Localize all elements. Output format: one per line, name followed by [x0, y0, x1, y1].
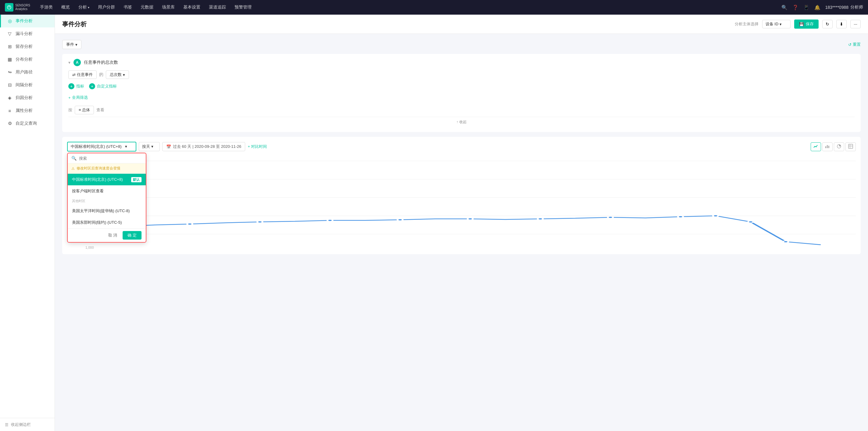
- nav-usergroup[interactable]: 用户分群: [94, 3, 119, 12]
- property-icon: ≡: [7, 108, 12, 113]
- granularity-arrow: ▾: [151, 144, 153, 149]
- add-metric-label: 指标: [76, 84, 84, 89]
- event-selector[interactable]: ⇄ 任意事件: [68, 70, 97, 79]
- total-label: 总体: [82, 108, 90, 112]
- sidebar-label-funnel: 漏斗分析: [16, 31, 33, 37]
- granularity-select[interactable]: 按天 ▾: [139, 142, 160, 151]
- timezone-option-client[interactable]: 按客户端时区查看: [68, 185, 146, 197]
- nav-channel[interactable]: 渠道追踪: [205, 3, 230, 12]
- subject-select[interactable]: 设备 ID ▾: [762, 20, 791, 28]
- timezone-select[interactable]: 中国标准时间(北京) (UTC+8) ▾: [67, 142, 136, 152]
- reset-button[interactable]: ↺ 重置: [848, 42, 861, 47]
- nav-scene[interactable]: 场景库: [158, 3, 179, 12]
- view-see-label: 查看: [96, 107, 104, 113]
- collapse-icon: ↑: [456, 120, 458, 124]
- collapse-sidebar-label: 收起侧边栏: [11, 422, 31, 427]
- sidebar-item-property[interactable]: ≡ 属性分析: [0, 104, 55, 117]
- nav-game[interactable]: 手游类: [36, 3, 56, 12]
- save-button[interactable]: 💾 保存: [794, 20, 818, 29]
- user-info[interactable]: 183****0988 分析师: [825, 5, 863, 10]
- timezone-option-eastern[interactable]: 美国东部时间(纽约) (UTC-5): [68, 217, 146, 228]
- help-icon[interactable]: ❓: [793, 5, 799, 10]
- sidebar-item-interval[interactable]: ⊟ 间隔分析: [0, 79, 55, 92]
- svg-point-24: [468, 218, 473, 220]
- date-range-picker[interactable]: 📅 过去 60 天 | 2020-09-28 至 2020-11-26: [162, 142, 246, 151]
- dropdown-warning: ⚠ 修改时区后查询速度会变慢: [68, 163, 146, 174]
- more-button[interactable]: ···: [850, 20, 861, 28]
- nav-settings[interactable]: 基本设置: [180, 3, 204, 12]
- chart-type-bar[interactable]: [822, 142, 833, 151]
- collapse-section-button[interactable]: ↑ 收起: [68, 117, 855, 127]
- pacific-tz-label: 美国太平洋时间(提华纳) (UTC-8): [72, 208, 130, 214]
- user-role: 分析师: [850, 5, 863, 10]
- svg-point-0: [7, 5, 11, 9]
- sidebar-item-attribution[interactable]: ◈ 归因分析: [0, 92, 55, 104]
- bell-icon[interactable]: 🔔: [814, 5, 820, 10]
- event-section-header: 事件 ▾ ↺ 重置: [62, 40, 861, 49]
- event-arrow-icon: ▾: [75, 42, 78, 47]
- sidebar-item-retention[interactable]: ⊞ 留存分析: [0, 40, 55, 53]
- nav-bookmark[interactable]: 书签: [120, 3, 136, 12]
- sidebar-item-user-path[interactable]: ↬ 用户路径: [0, 66, 55, 79]
- chart-type-table[interactable]: [845, 142, 856, 151]
- page-header: 事件分析 分析主体选择 设备 ID ▾ 💾 保存 ↻ ⬇ ···: [55, 14, 868, 34]
- phone-icon[interactable]: 📱: [803, 5, 809, 10]
- svg-point-23: [397, 219, 403, 221]
- chart-type-pie[interactable]: [834, 142, 844, 151]
- collapse-metric-icon[interactable]: ▾: [68, 60, 70, 65]
- sidebar-item-custom-query[interactable]: ⚙ 自定义查询: [0, 117, 55, 130]
- chart-type-line[interactable]: [811, 142, 821, 151]
- nav-overview[interactable]: 概览: [58, 3, 73, 12]
- timezone-option-pacific[interactable]: 美国太平洋时间(提华纳) (UTC-8): [68, 205, 146, 217]
- sidebar-item-event-analysis[interactable]: ◎ 事件分析: [0, 14, 55, 27]
- add-custom-icon: +: [89, 83, 95, 89]
- download-button[interactable]: ⬇: [836, 20, 847, 28]
- view-total-button[interactable]: ≡ 总体: [75, 106, 94, 114]
- svg-rect-5: [848, 144, 853, 148]
- sidebar-collapse[interactable]: ☰ 收起侧边栏: [0, 418, 55, 431]
- sidebar-label-attribution: 归因分析: [16, 95, 33, 101]
- refresh-button[interactable]: ↻: [822, 20, 833, 28]
- metric-dropdown-icon: ▾: [123, 72, 125, 77]
- nav-metadata[interactable]: 元数据: [137, 3, 157, 12]
- add-filter-button[interactable]: + 全局筛选: [68, 94, 88, 101]
- dropdown-search-input[interactable]: [79, 156, 142, 161]
- add-custom-label: 自定义指标: [97, 84, 117, 89]
- china-tz-label: 中国标准时间(北京) (UTC+8): [72, 177, 123, 182]
- connector-label: 的: [99, 72, 103, 77]
- sidebar-item-distribution[interactable]: ▦ 分布分析: [0, 53, 55, 66]
- add-custom-metric-button[interactable]: + 自定义指标: [89, 83, 117, 89]
- add-metric-button[interactable]: + 指标: [68, 83, 84, 89]
- chart-container: 中国标准时间(北京) (UTC+8) ▾ 🔍 ⚠ 修改时区后查询速度会: [62, 137, 861, 254]
- event-dropdown-button[interactable]: 事件 ▾: [62, 40, 82, 49]
- search-icon[interactable]: 🔍: [781, 5, 787, 10]
- eastern-tz-label: 美国东部时间(纽约) (UTC-5): [72, 220, 122, 225]
- dropdown-cancel-button[interactable]: 取 消: [105, 231, 121, 240]
- timezone-dropdown: 🔍 ⚠ 修改时区后查询速度会变慢 中国标准时间(北京) (UTC+8) 默认: [67, 153, 146, 243]
- distribution-icon: ▦: [7, 57, 12, 62]
- compare-time-button[interactable]: + 对比时间: [248, 144, 267, 150]
- metric-selector-label: 总次数: [110, 72, 122, 77]
- top-menu: 手游类 概览 分析 用户分群 书签 元数据 场景库 基本设置 渠道追踪 预警管理: [36, 3, 781, 12]
- logo-text: SENSORS Analytics: [15, 4, 30, 11]
- dropdown-confirm-button[interactable]: 确 定: [123, 231, 142, 240]
- warning-icon: ⚠: [71, 166, 75, 171]
- timezone-arrow-icon: ▾: [125, 144, 127, 149]
- metric-selector[interactable]: 总次数 ▾: [106, 70, 129, 79]
- chart-toolbar: 中国标准时间(北京) (UTC+8) ▾ 🔍 ⚠ 修改时区后查询速度会: [67, 142, 856, 152]
- subject-dropdown-icon: ▾: [780, 22, 782, 27]
- dropdown-search-icon: 🔍: [71, 156, 76, 161]
- app-logo[interactable]: SENSORS Analytics: [5, 3, 30, 11]
- metric-badge-a: A: [73, 59, 81, 66]
- logo-icon: [5, 3, 13, 11]
- bar-chart-icon: [825, 145, 830, 150]
- nav-alert[interactable]: 预警管理: [231, 3, 255, 12]
- retention-icon: ⊞: [7, 44, 12, 49]
- svg-point-25: [538, 218, 543, 220]
- sidebar-label-property: 属性分析: [16, 108, 33, 113]
- nav-analysis[interactable]: 分析: [75, 3, 93, 12]
- reset-clock-icon: ↺: [848, 42, 851, 47]
- chart-type-buttons: [811, 142, 856, 151]
- timezone-option-china[interactable]: 中国标准时间(北京) (UTC+8) 默认: [68, 174, 146, 185]
- sidebar-item-funnel[interactable]: ▽ 漏斗分析: [0, 27, 55, 40]
